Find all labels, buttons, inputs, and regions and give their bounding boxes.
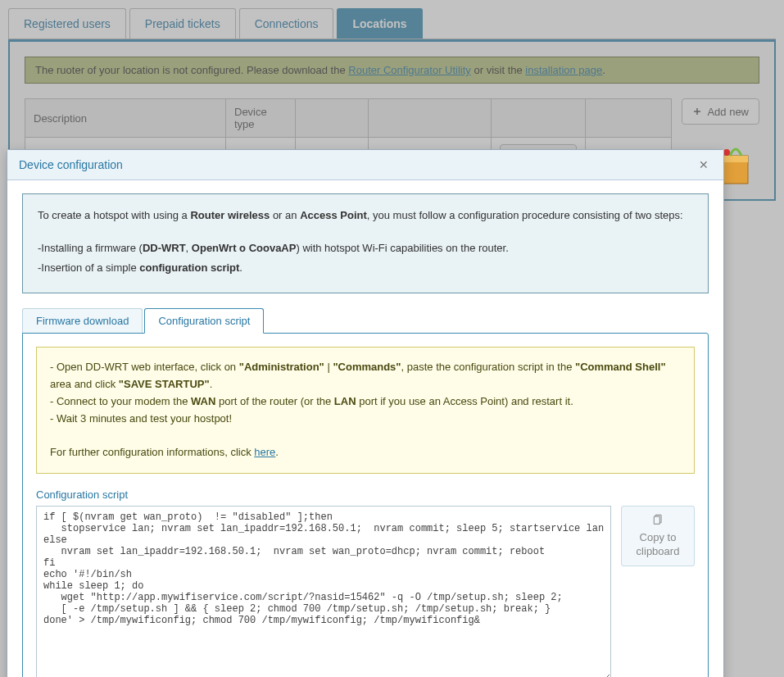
config-script-textarea[interactable] (36, 506, 611, 677)
modal-header: Device configuration ✕ (7, 150, 723, 180)
instructions-box: - Open DD-WRT web interface, click on "A… (36, 347, 695, 474)
tab-firmware-download[interactable]: Firmware download (22, 308, 143, 334)
config-sub-tabs: Firmware download Configuration script (22, 308, 709, 334)
copy-to-clipboard-button[interactable]: Copy to clipboard (621, 506, 695, 566)
script-label: Configuration script (36, 488, 695, 501)
tab-configuration-script[interactable]: Configuration script (144, 308, 264, 334)
svg-point-2 (723, 149, 730, 156)
svg-rect-4 (654, 516, 659, 524)
device-config-modal: Device configuration ✕ To create a hotsp… (7, 149, 724, 677)
modal-body: To create a hotspot with using a Router … (7, 180, 723, 677)
svg-rect-1 (723, 156, 748, 162)
modal-title: Device configuration (19, 158, 123, 171)
clipboard-icon (652, 513, 664, 525)
close-modal-button[interactable]: ✕ (696, 158, 712, 171)
further-info-link[interactable]: here (254, 446, 275, 458)
intro-box: To create a hotspot with using a Router … (22, 193, 709, 293)
config-script-panel: - Open DD-WRT web interface, click on "A… (22, 333, 709, 677)
copy-label: Copy to clipboard (637, 531, 680, 558)
